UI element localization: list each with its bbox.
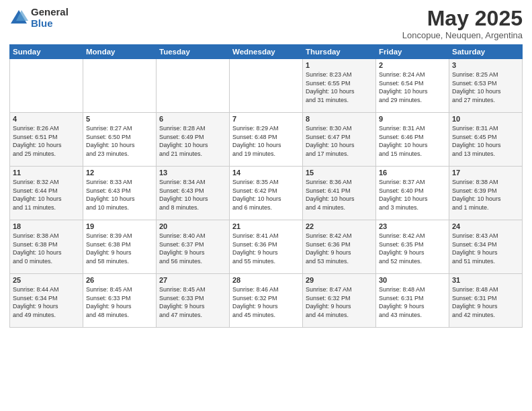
day-number: 10: [452, 115, 519, 123]
day-info: Sunrise: 8:45 AMSunset: 6:33 PMDaylight:…: [86, 285, 153, 319]
day-number: 29: [306, 276, 373, 284]
week-row-1: 1Sunrise: 8:23 AMSunset: 6:55 PMDaylight…: [10, 59, 523, 113]
day-info: Sunrise: 8:46 AMSunset: 6:32 PMDaylight:…: [232, 285, 300, 319]
table-row: 7Sunrise: 8:29 AMSunset: 6:48 PMDaylight…: [230, 113, 303, 167]
table-row: [10, 59, 83, 113]
table-row: 20Sunrise: 8:40 AMSunset: 6:37 PMDayligh…: [157, 220, 230, 274]
table-row: 13Sunrise: 8:34 AMSunset: 6:43 PMDayligh…: [157, 167, 230, 220]
day-number: 20: [159, 222, 226, 230]
day-info: Sunrise: 8:43 AMSunset: 6:34 PMDaylight:…: [452, 232, 519, 265]
day-number: 6: [159, 115, 226, 123]
table-row: 5Sunrise: 8:27 AMSunset: 6:50 PMDaylight…: [83, 113, 157, 167]
week-row-2: 4Sunrise: 8:26 AMSunset: 6:51 PMDaylight…: [10, 113, 523, 167]
day-info: Sunrise: 8:33 AMSunset: 6:43 PMDaylight:…: [86, 178, 153, 212]
day-number: 22: [306, 222, 373, 230]
day-info: Sunrise: 8:30 AMSunset: 6:47 PMDaylight:…: [306, 124, 373, 158]
day-number: 23: [379, 222, 446, 230]
day-info: Sunrise: 8:35 AMSunset: 6:42 PMDaylight:…: [232, 178, 300, 212]
table-row: 22Sunrise: 8:42 AMSunset: 6:36 PMDayligh…: [303, 220, 376, 274]
week-row-5: 25Sunrise: 8:44 AMSunset: 6:34 PMDayligh…: [10, 274, 523, 328]
calendar-header: Sunday Monday Tuesday Wednesday Thursday…: [10, 45, 523, 59]
table-row: 17Sunrise: 8:38 AMSunset: 6:39 PMDayligh…: [449, 167, 523, 220]
day-number: 25: [13, 276, 80, 284]
table-row: 29Sunrise: 8:47 AMSunset: 6:32 PMDayligh…: [303, 274, 376, 328]
day-info: Sunrise: 8:27 AMSunset: 6:50 PMDaylight:…: [86, 124, 153, 158]
day-number: 11: [13, 169, 80, 177]
table-row: 15Sunrise: 8:36 AMSunset: 6:41 PMDayligh…: [303, 167, 376, 220]
table-row: [157, 59, 230, 113]
col-monday: Monday: [83, 45, 157, 59]
day-number: 8: [306, 115, 373, 123]
day-info: Sunrise: 8:28 AMSunset: 6:49 PMDaylight:…: [159, 124, 226, 158]
day-info: Sunrise: 8:47 AMSunset: 6:32 PMDaylight:…: [306, 285, 373, 319]
day-info: Sunrise: 8:31 AMSunset: 6:45 PMDaylight:…: [452, 124, 519, 158]
table-row: 24Sunrise: 8:43 AMSunset: 6:34 PMDayligh…: [449, 220, 523, 274]
day-info: Sunrise: 8:36 AMSunset: 6:41 PMDaylight:…: [306, 178, 373, 212]
day-info: Sunrise: 8:38 AMSunset: 6:39 PMDaylight:…: [452, 178, 519, 212]
day-number: 18: [13, 222, 80, 230]
day-number: 9: [379, 115, 446, 123]
table-row: 31Sunrise: 8:48 AMSunset: 6:31 PMDayligh…: [449, 274, 523, 328]
col-sunday: Sunday: [10, 45, 83, 59]
table-row: 18Sunrise: 8:38 AMSunset: 6:38 PMDayligh…: [10, 220, 83, 274]
table-row: 28Sunrise: 8:46 AMSunset: 6:32 PMDayligh…: [230, 274, 303, 328]
table-row: 30Sunrise: 8:48 AMSunset: 6:31 PMDayligh…: [376, 274, 449, 328]
day-number: 24: [452, 222, 519, 230]
day-info: Sunrise: 8:48 AMSunset: 6:31 PMDaylight:…: [452, 285, 519, 319]
col-tuesday: Tuesday: [157, 45, 230, 59]
day-info: Sunrise: 8:24 AMSunset: 6:54 PMDaylight:…: [379, 71, 446, 104]
table-row: 11Sunrise: 8:32 AMSunset: 6:44 PMDayligh…: [10, 167, 83, 220]
day-number: 17: [452, 169, 519, 177]
title-block: May 2025 Loncopue, Neuquen, Argentina: [402, 7, 523, 40]
day-info: Sunrise: 8:34 AMSunset: 6:43 PMDaylight:…: [159, 178, 226, 212]
table-row: 19Sunrise: 8:39 AMSunset: 6:38 PMDayligh…: [83, 220, 157, 274]
day-number: 3: [452, 61, 519, 69]
table-row: 14Sunrise: 8:35 AMSunset: 6:42 PMDayligh…: [230, 167, 303, 220]
col-thursday: Thursday: [303, 45, 376, 59]
page: General Blue May 2025 Loncopue, Neuquen,…: [0, 0, 532, 411]
day-info: Sunrise: 8:29 AMSunset: 6:48 PMDaylight:…: [232, 124, 300, 158]
day-info: Sunrise: 8:32 AMSunset: 6:44 PMDaylight:…: [13, 178, 80, 212]
table-row: 3Sunrise: 8:25 AMSunset: 6:53 PMDaylight…: [449, 59, 523, 113]
day-number: 2: [379, 61, 446, 69]
day-info: Sunrise: 8:25 AMSunset: 6:53 PMDaylight:…: [452, 71, 519, 104]
table-row: 10Sunrise: 8:31 AMSunset: 6:45 PMDayligh…: [449, 113, 523, 167]
day-number: 14: [232, 169, 300, 177]
day-number: 27: [159, 276, 226, 284]
day-number: 5: [86, 115, 153, 123]
day-number: 12: [86, 169, 153, 177]
col-saturday: Saturday: [449, 45, 523, 59]
logo-icon: [9, 9, 28, 28]
table-row: 9Sunrise: 8:31 AMSunset: 6:46 PMDaylight…: [376, 113, 449, 167]
table-row: 8Sunrise: 8:30 AMSunset: 6:47 PMDaylight…: [303, 113, 376, 167]
day-info: Sunrise: 8:45 AMSunset: 6:33 PMDaylight:…: [159, 285, 226, 319]
table-row: 1Sunrise: 8:23 AMSunset: 6:55 PMDaylight…: [303, 59, 376, 113]
day-info: Sunrise: 8:26 AMSunset: 6:51 PMDaylight:…: [13, 124, 80, 158]
day-number: 28: [232, 276, 300, 284]
day-number: 15: [306, 169, 373, 177]
day-number: 21: [232, 222, 300, 230]
table-row: 2Sunrise: 8:24 AMSunset: 6:54 PMDaylight…: [376, 59, 449, 113]
header: General Blue May 2025 Loncopue, Neuquen,…: [9, 7, 523, 40]
day-number: 1: [306, 61, 373, 69]
day-number: 13: [159, 169, 226, 177]
table-row: 12Sunrise: 8:33 AMSunset: 6:43 PMDayligh…: [83, 167, 157, 220]
day-info: Sunrise: 8:42 AMSunset: 6:36 PMDaylight:…: [306, 232, 373, 265]
day-info: Sunrise: 8:48 AMSunset: 6:31 PMDaylight:…: [379, 285, 446, 319]
day-number: 26: [86, 276, 153, 284]
header-row: Sunday Monday Tuesday Wednesday Thursday…: [10, 45, 523, 59]
day-info: Sunrise: 8:23 AMSunset: 6:55 PMDaylight:…: [306, 71, 373, 104]
day-number: 16: [379, 169, 446, 177]
calendar-body: 1Sunrise: 8:23 AMSunset: 6:55 PMDaylight…: [10, 59, 523, 328]
table-row: [83, 59, 157, 113]
table-row: 27Sunrise: 8:45 AMSunset: 6:33 PMDayligh…: [157, 274, 230, 328]
table-row: 6Sunrise: 8:28 AMSunset: 6:49 PMDaylight…: [157, 113, 230, 167]
day-info: Sunrise: 8:38 AMSunset: 6:38 PMDaylight:…: [13, 232, 80, 265]
table-row: 26Sunrise: 8:45 AMSunset: 6:33 PMDayligh…: [83, 274, 157, 328]
day-info: Sunrise: 8:37 AMSunset: 6:40 PMDaylight:…: [379, 178, 446, 212]
week-row-3: 11Sunrise: 8:32 AMSunset: 6:44 PMDayligh…: [10, 167, 523, 220]
location-subtitle: Loncopue, Neuquen, Argentina: [402, 30, 523, 40]
day-number: 30: [379, 276, 446, 284]
week-row-4: 18Sunrise: 8:38 AMSunset: 6:38 PMDayligh…: [10, 220, 523, 274]
day-info: Sunrise: 8:42 AMSunset: 6:35 PMDaylight:…: [379, 232, 446, 265]
